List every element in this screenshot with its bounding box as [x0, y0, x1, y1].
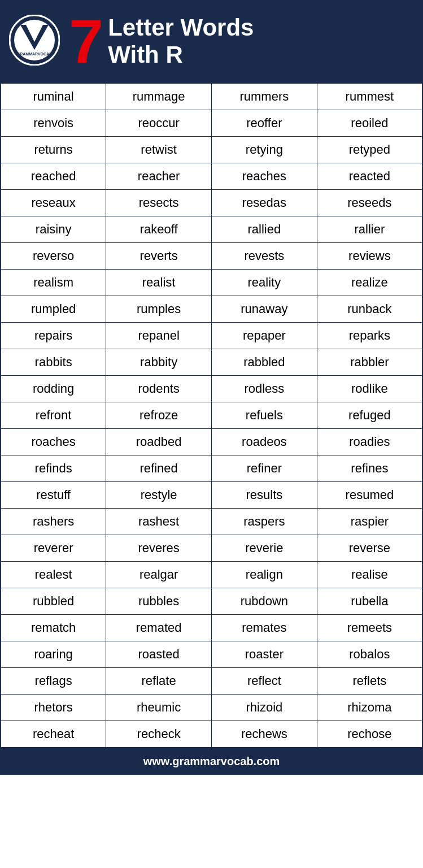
table-cell: realist: [106, 270, 212, 296]
table-cell: rodless: [212, 376, 317, 402]
table-cell: roadies: [317, 429, 422, 455]
header: GRAMMARVOCAB 7 Letter Words With R: [0, 0, 423, 83]
table-cell: roaches: [1, 429, 106, 455]
table-cell: rumpled: [1, 296, 106, 323]
table-cell: restuff: [1, 482, 106, 509]
table-cell: refiner: [212, 455, 317, 482]
table-cell: reoffer: [212, 110, 317, 137]
table-cell: runaway: [212, 296, 317, 323]
table-cell: results: [212, 482, 317, 509]
table-cell: rematch: [1, 615, 106, 641]
table-cell: reacher: [106, 163, 212, 190]
table-cell: rubbles: [106, 588, 212, 615]
table-cell: rechews: [212, 721, 317, 748]
svg-text:GRAMMARVOCAB: GRAMMARVOCAB: [17, 52, 52, 56]
table-cell: roadbed: [106, 429, 212, 455]
table-cell: refinds: [1, 455, 106, 482]
table-cell: rallied: [212, 216, 317, 243]
table-cell: reality: [212, 270, 317, 296]
table-cell: remated: [106, 615, 212, 641]
table-cell: rodlike: [317, 376, 422, 402]
table-cell: rhizoid: [212, 695, 317, 721]
table-cell: refront: [1, 402, 106, 429]
table-cell: raspers: [212, 509, 317, 535]
table-cell: robalos: [317, 641, 422, 668]
table-cell: rubella: [317, 588, 422, 615]
seven-number: 7: [69, 10, 103, 72]
table-cell: recheck: [106, 721, 212, 748]
table-cell: repanel: [106, 323, 212, 349]
table-cell: reverse: [317, 535, 422, 562]
table-cell: resedas: [212, 190, 317, 216]
table-cell: recheat: [1, 721, 106, 748]
table-cell: rodents: [106, 376, 212, 402]
table-cell: remates: [212, 615, 317, 641]
table-cell: rabbity: [106, 349, 212, 376]
table-cell: reoiled: [317, 110, 422, 137]
table-cell: rabbled: [212, 349, 317, 376]
table-cell: rubbled: [1, 588, 106, 615]
table-cell: raisiny: [1, 216, 106, 243]
table-cell: reflate: [106, 668, 212, 695]
table-cell: resects: [106, 190, 212, 216]
table-cell: restyle: [106, 482, 212, 509]
table-cell: reflets: [317, 668, 422, 695]
table-cell: roaster: [212, 641, 317, 668]
table-cell: reoccur: [106, 110, 212, 137]
table-cell: repaper: [212, 323, 317, 349]
table-cell: rummers: [212, 83, 317, 110]
logo: GRAMMARVOCAB: [9, 15, 60, 68]
title-block: 7 Letter Words With R: [69, 10, 254, 72]
table-cell: roasted: [106, 641, 212, 668]
table-cell: rabbler: [317, 349, 422, 376]
table-cell: rabbits: [1, 349, 106, 376]
table-cell: rummage: [106, 83, 212, 110]
table-cell: reveres: [106, 535, 212, 562]
table-cell: reached: [1, 163, 106, 190]
table-cell: roadeos: [212, 429, 317, 455]
table-cell: roaring: [1, 641, 106, 668]
table-cell: rechose: [317, 721, 422, 748]
table-cell: reverso: [1, 243, 106, 270]
table-cell: reseeds: [317, 190, 422, 216]
table-cell: reaches: [212, 163, 317, 190]
table-cell: retyped: [317, 137, 422, 163]
table-cell: rumples: [106, 296, 212, 323]
table-cell: realign: [212, 562, 317, 588]
table-cell: reacted: [317, 163, 422, 190]
table-cell: retwist: [106, 137, 212, 163]
table-cell: refuged: [317, 402, 422, 429]
table-cell: reparks: [317, 323, 422, 349]
table-cell: raspier: [317, 509, 422, 535]
table-cell: reverts: [106, 243, 212, 270]
table-cell: rubdown: [212, 588, 317, 615]
table-cell: refines: [317, 455, 422, 482]
table-cell: realgar: [106, 562, 212, 588]
table-cell: rhetors: [1, 695, 106, 721]
table-cell: rakeoff: [106, 216, 212, 243]
table-cell: reviews: [317, 243, 422, 270]
table-cell: reflags: [1, 668, 106, 695]
table-cell: resumed: [317, 482, 422, 509]
table-cell: refroze: [106, 402, 212, 429]
footer-url: www.grammarvocab.com: [143, 755, 280, 767]
table-cell: rodding: [1, 376, 106, 402]
table-cell: renvois: [1, 110, 106, 137]
table-cell: reverie: [212, 535, 317, 562]
word-table: ruminalrummagerummersrummestrenvoisreocc…: [0, 83, 423, 748]
table-cell: reseaux: [1, 190, 106, 216]
table-cell: realise: [317, 562, 422, 588]
table-cell: rashest: [106, 509, 212, 535]
table-cell: repairs: [1, 323, 106, 349]
table-cell: reflect: [212, 668, 317, 695]
table-cell: retying: [212, 137, 317, 163]
footer: www.grammarvocab.com: [0, 748, 423, 775]
table-cell: runback: [317, 296, 422, 323]
table-cell: realism: [1, 270, 106, 296]
table-cell: refuels: [212, 402, 317, 429]
table-cell: rhizoma: [317, 695, 422, 721]
table-cell: reverer: [1, 535, 106, 562]
table-cell: rummest: [317, 83, 422, 110]
table-cell: ruminal: [1, 83, 106, 110]
table-cell: returns: [1, 137, 106, 163]
